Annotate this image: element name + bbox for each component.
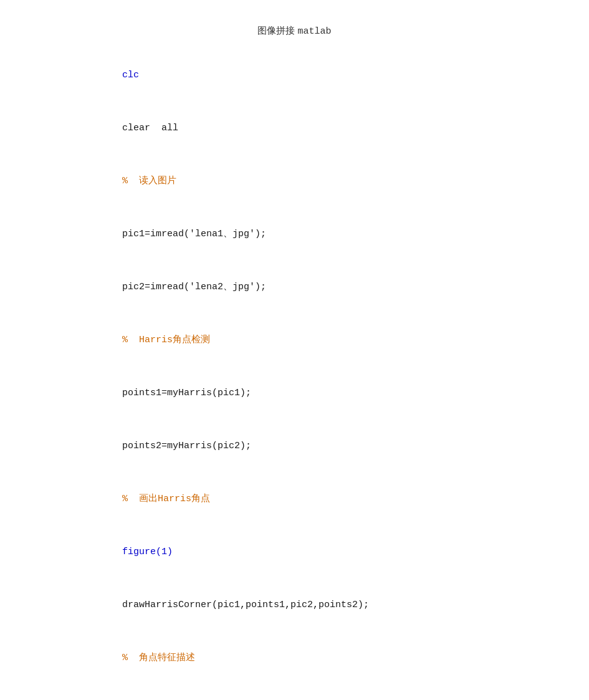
line-comment-desc: % 角点特征描述 <box>100 638 552 678</box>
line-des1: des1=myHarrisCornerDescription(pic1,poin… <box>100 691 552 700</box>
code-container: clc clear all % 读入图片 pic1=imread('lena1、… <box>0 55 589 700</box>
line-points2: points2=myHarris(pic2); <box>100 426 552 466</box>
line-draw-harris: drawHarrisCorner(pic1,points1,pic2,point… <box>100 585 552 625</box>
line-points1: points1=myHarris(pic1); <box>100 373 552 413</box>
line-figure1: figure(1) <box>100 532 552 572</box>
title-code: matlab <box>298 26 332 37</box>
line-comment-read: % 读入图片 <box>100 161 552 201</box>
line-pic2-imread: pic2=imread('lena2、jpg'); <box>100 267 552 307</box>
line-comment-draw: % 画出Harris角点 <box>100 479 552 519</box>
line-clear-all: clear all <box>100 108 552 148</box>
line-pic1-imread: pic1=imread('lena1、jpg'); <box>100 214 552 254</box>
title-chinese: 图像拼接 <box>257 25 295 36</box>
page-title: 图像拼接 matlab <box>0 25 589 37</box>
line-comment-harris: % Harris角点检测 <box>100 320 552 360</box>
line-clc: clc <box>100 55 552 95</box>
